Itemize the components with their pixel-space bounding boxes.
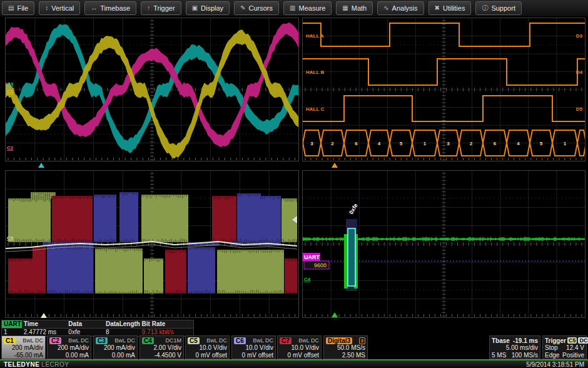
descriptor-row: C1BwL DC 200 mA/div -65.00 mA C2BwL DC 2… (0, 335, 588, 359)
menu-timebase-label: Timebase (100, 4, 130, 12)
trigger-type: Edge (545, 352, 559, 359)
uart-decode-grid[interactable]: 0xfeUART9600C4 (302, 170, 585, 318)
menu-measure-label: Measure (298, 4, 325, 12)
c6-scale: 10.0 V/div (234, 344, 273, 352)
file-icon: ▤ (8, 5, 14, 11)
menu-support[interactable]: ⓘSupport (475, 1, 522, 15)
c5-coupling: BwL DC (206, 337, 227, 344)
svg-text:1: 1 (423, 141, 427, 146)
uart-table-header: UART Time Data DataLength Bit Rate (1, 320, 194, 329)
c3-scale: 200 mA/div (96, 344, 135, 352)
menu-support-label: Support (491, 4, 515, 12)
svg-text:6: 6 (494, 141, 497, 146)
c6-chip: C6 (234, 337, 246, 344)
c4-coupling: DC1M (165, 337, 181, 344)
menu-vertical-label: Vertical (51, 4, 74, 12)
menu-display[interactable]: ▣Display (186, 1, 230, 15)
svg-text:9600: 9600 (314, 262, 327, 268)
svg-text:C3: C3 (7, 81, 14, 87)
datetime: 5/9/2014 3:18:51 PM (526, 361, 584, 368)
trigger-arrow-icon: ↑ (147, 5, 150, 11)
uart-table-chip: UART (2, 320, 22, 328)
display-icon: ▣ (192, 5, 198, 11)
c4-chip: C4 (142, 337, 154, 344)
menu-cursors[interactable]: ✎Cursors (234, 1, 279, 15)
c6-offset: 0 mV offset (234, 352, 273, 359)
menu-math[interactable]: ▦Math (336, 1, 373, 15)
menu-analysis-label: Analysis (392, 4, 418, 12)
menu-file-label: File (17, 4, 28, 12)
svg-text:D3: D3 (576, 33, 583, 39)
trigger-marker-br[interactable] (332, 312, 338, 317)
svg-text:D4: D4 (576, 69, 583, 75)
c7-chip: C7 (280, 337, 291, 344)
trigger-marker-tl[interactable] (38, 163, 44, 168)
trigger-marker-tr[interactable] (332, 163, 338, 168)
svg-text:2: 2 (331, 141, 334, 146)
trigger-source-chip: C5 (567, 337, 577, 344)
digital-hall-grid[interactable]: HALL AD3HALL BD4HALL CD5326451326451 (302, 18, 585, 161)
menu-utilities[interactable]: ✖Utilities (428, 1, 472, 15)
col-time: Time (22, 320, 67, 328)
c4-scale: 2.00 V/div (142, 344, 181, 352)
menu-measure[interactable]: ▥Measure (283, 1, 332, 15)
channel-box-c5[interactable]: C5BwL DC 10.0 V/div 0 mV offset (185, 335, 230, 359)
timebase-box[interactable]: Tbase-19.1 ms 5.00 ms/div 5 MS100 MS/s (489, 335, 540, 359)
svg-text:5: 5 (540, 141, 543, 146)
c1-chip: C1 (4, 337, 16, 344)
c3-chip: C3 (96, 337, 108, 344)
brand-logo: TELEDYNELECROY (4, 361, 69, 368)
channel-box-c4[interactable]: C4DC1M 2.00 V/div -4.4500 V (139, 335, 184, 359)
menu-cursors-label: Cursors (249, 4, 273, 12)
svg-text:5: 5 (400, 141, 403, 146)
tbase-delay: -19.1 ms (513, 337, 538, 344)
menu-timebase[interactable]: ↔Timebase (84, 1, 136, 15)
col-bitrate: Bit Rate (140, 320, 193, 328)
c3-offset: 0.00 mA (96, 352, 135, 359)
menu-trigger[interactable]: ↑Trigger (141, 1, 181, 15)
cursor-pen-icon: ✎ (240, 5, 245, 11)
info-icon: ⓘ (482, 5, 488, 11)
c5-scale: 10.0 V/div (188, 344, 227, 352)
c2-scale: 200 mA/div (49, 344, 89, 352)
digital3-chip: Digital3 (326, 337, 352, 344)
menu-bar: ▤File ↕Vertical ↔Timebase ↑Trigger ▣Disp… (0, 0, 588, 16)
horizontal-arrows-icon: ↔ (91, 5, 97, 11)
channel-box-c2[interactable]: C2BwL DC 200 mA/div 0.00 mA (47, 335, 91, 359)
c7-offset: 0 mV offset (280, 352, 319, 359)
channel-box-digital3[interactable]: Digital33 50.0 MS/s 2.50 MS (323, 335, 368, 359)
tbase-label: Tbase (492, 337, 510, 344)
trigger-box[interactable]: TriggerC5DC Stop12.4 V EdgePositive (542, 335, 587, 359)
svg-text:D5: D5 (576, 106, 583, 112)
status-bar: TELEDYNELECROY 5/9/2014 3:18:51 PM (0, 359, 588, 368)
trigger-level: 12.4 V (566, 344, 584, 352)
vertical-arrows-icon: ↕ (45, 5, 48, 11)
trigger-marker-bl[interactable] (41, 313, 47, 318)
svg-text:1: 1 (564, 141, 567, 146)
measure-icon: ▥ (290, 5, 295, 11)
pwm-voltages-grid[interactable]: C5 (5, 170, 299, 318)
menu-display-label: Display (201, 4, 223, 12)
c3-coupling: BwL DC (114, 337, 135, 344)
svg-text:4: 4 (378, 141, 381, 146)
svg-text:HALL B: HALL B (306, 69, 324, 75)
channel-box-c7[interactable]: C7BwL DC 10.0 V/div 0 mV offset (277, 335, 322, 359)
tbase-samples: 5 MS (492, 352, 506, 359)
svg-text:HALL A: HALL A (306, 33, 324, 39)
channel-box-c6[interactable]: C6BwL DC 10.0 V/div 0 mV offset (231, 335, 276, 359)
col-datalength: DataLength (104, 320, 140, 328)
svg-text:C5: C5 (7, 235, 14, 241)
tbase-scale: 5.00 ms/div (506, 344, 538, 352)
svg-text:2: 2 (470, 141, 473, 146)
svg-text:C4: C4 (304, 277, 311, 282)
c2-offset: 0.00 mA (49, 352, 89, 359)
analog-currents-grid[interactable]: C3C1C2 (5, 18, 299, 161)
channel-box-c3[interactable]: C3BwL DC 200 mA/div 0.00 mA (93, 335, 138, 359)
trigger-mode: Stop (545, 344, 558, 352)
channel-box-c1[interactable]: C1BwL DC 200 mA/div -65.00 mA (1, 335, 46, 359)
menu-file[interactable]: ▤File (2, 1, 34, 15)
menu-vertical[interactable]: ↕Vertical (39, 1, 80, 15)
analysis-wave-icon: ∿ (383, 5, 388, 11)
menu-analysis[interactable]: ∿Analysis (377, 1, 423, 15)
trigger-label: Trigger (545, 337, 566, 344)
